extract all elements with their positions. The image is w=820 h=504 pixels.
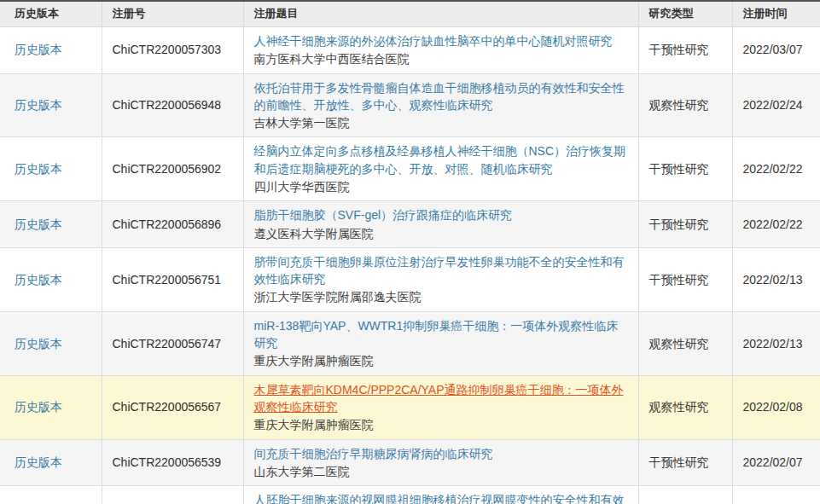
study-type-cell: 观察性研究 [638, 375, 732, 439]
registration-date-cell: 2022/02/13 [732, 247, 820, 311]
registration-title-cell: 木犀草素靶向KDM4C/PPP2CA/YAP通路抑制卵巢癌干细胞：一项体外观察性… [243, 375, 638, 439]
table-row: 历史版本 ChiCTR2200057303 人神经干细胞来源的外泌体治疗缺血性脑… [0, 26, 820, 73]
registration-title-cell: 脂肪干细胞胶（SVF-gel）治疗跟痛症的临床研究 遵义医科大学附属医院 [243, 201, 638, 248]
study-type-cell: 干预性研究 [638, 439, 732, 486]
registration-title-cell: 间充质干细胞治疗早期糖尿病肾病的临床研究 山东大学第二医院 [243, 439, 638, 486]
registration-number: ChiCTR2200057303 [113, 43, 222, 56]
registration-date-cell: 2022/02/05 [732, 486, 820, 504]
registration-date-cell: 2022/02/22 [732, 201, 820, 248]
registration-date-cell: 2022/03/07 [732, 26, 820, 73]
table-body: 历史版本 ChiCTR2200057303 人神经干细胞来源的外泌体治疗缺血性脑… [0, 26, 820, 504]
study-title-link[interactable]: 人神经干细胞来源的外泌体治疗缺血性脑卒中的单中心随机对照研究 [254, 32, 630, 49]
study-title-link[interactable]: 脂肪干细胞胶（SVF-gel）治疗跟痛症的临床研究 [254, 206, 630, 223]
column-header-registration-number: 注册号 [102, 1, 243, 26]
registration-number-cell: ChiCTR2200056896 [102, 201, 243, 248]
study-type-cell: 干预性研究 [638, 247, 732, 311]
history-version-cell: 历史版本 [0, 486, 102, 504]
table-row: 历史版本 ChiCTR2200056896 脂肪干细胞胶（SVF-gel）治疗跟… [0, 201, 820, 248]
study-type-cell: 干预性研究 [638, 137, 732, 201]
study-title-link[interactable]: 经脑内立体定向多点移植及经鼻移植人神经干细胞（NSC）治疗恢复期和后遗症期脑梗死… [254, 142, 630, 177]
table-header: 历史版本 注册号 注册题目 研究类型 注册时间 [0, 1, 820, 26]
registration-title-cell: 人神经干细胞来源的外泌体治疗缺血性脑卒中的单中心随机对照研究 南方医科大学中西医… [243, 26, 638, 73]
history-version-link[interactable]: 历史版本 [15, 273, 62, 287]
registration-number: ChiCTR2200056539 [113, 455, 222, 469]
history-version-link[interactable]: 历史版本 [15, 400, 62, 414]
history-version-link[interactable]: 历史版本 [15, 43, 62, 56]
history-version-cell: 历史版本 [0, 73, 102, 137]
hospital-name: 山东大学第二医院 [254, 463, 630, 480]
study-title-link[interactable]: 人胚胎干细胞来源的视网膜祖细胞移植治疗视网膜变性的安全性和有效性试验 [254, 491, 630, 504]
history-version-cell: 历史版本 [0, 311, 102, 375]
study-title-link[interactable]: 依托泊苷用于多发性骨髓瘤自体造血干细胞移植动员的有效性和安全性的前瞻性、开放性、… [254, 79, 630, 114]
hospital-name: 吉林大学第一医院 [254, 114, 630, 131]
registration-number-cell: ChiCTR2200056567 [102, 375, 243, 439]
table-row: 历史版本 ChiCTR2200056398 人胚胎干细胞来源的视网膜祖细胞移植治… [0, 486, 820, 504]
column-header-study-type: 研究类型 [638, 1, 732, 26]
registration-number: ChiCTR2200056902 [113, 162, 222, 176]
history-version-cell: 历史版本 [0, 137, 102, 201]
hospital-name: 重庆大学附属肿瘤医院 [254, 352, 630, 369]
history-version-cell: 历史版本 [0, 375, 102, 439]
registration-number-cell: ChiCTR2200056747 [102, 311, 243, 375]
registration-number: ChiCTR2200056747 [113, 337, 222, 350]
history-version-cell: 历史版本 [0, 439, 102, 486]
history-version-link[interactable]: 历史版本 [15, 337, 62, 350]
table-row: 历史版本 ChiCTR2200056751 脐带间充质干细胞卵巢原位注射治疗早发… [0, 247, 820, 311]
registration-number: ChiCTR2200056567 [113, 400, 222, 414]
registration-number-cell: ChiCTR2200057303 [102, 26, 243, 73]
history-version-cell: 历史版本 [0, 247, 102, 311]
study-type-cell: 观察性研究 [638, 311, 732, 375]
registration-date-cell: 2022/02/08 [732, 375, 820, 439]
column-header-registration-date: 注册时间 [732, 1, 820, 26]
study-type-cell: 干预性研究 [638, 26, 732, 73]
registration-title-cell: 依托泊苷用于多发性骨髓瘤自体造血干细胞移植动员的有效性和安全性的前瞻性、开放性、… [243, 73, 638, 137]
registration-number-cell: ChiCTR2200056902 [102, 137, 243, 201]
study-type-cell [638, 486, 732, 504]
study-type-cell: 观察性研究 [638, 73, 732, 137]
registration-number: ChiCTR2200056751 [113, 273, 222, 287]
study-type-cell: 干预性研究 [638, 201, 732, 248]
registration-number: ChiCTR2200056896 [113, 217, 222, 231]
trial-registry-table: 历史版本 注册号 注册题目 研究类型 注册时间 历史版本 ChiCTR22000… [0, 0, 820, 504]
column-header-registration-title: 注册题目 [243, 1, 638, 26]
history-version-link[interactable]: 历史版本 [15, 98, 62, 112]
table-row: 历史版本 ChiCTR2200056902 经脑内立体定向多点移植及经鼻移植人神… [0, 137, 820, 201]
registration-number-cell: ChiCTR2200056539 [102, 439, 243, 486]
hospital-name: 重庆大学附属肿瘤医院 [254, 416, 630, 433]
hospital-name: 四川大学华西医院 [254, 178, 630, 195]
history-version-cell: 历史版本 [0, 26, 102, 73]
table-row: 历史版本 ChiCTR2200056567 木犀草素靶向KDM4C/PPP2CA… [0, 375, 820, 439]
registration-date-cell: 2022/02/13 [732, 311, 820, 375]
registration-number-cell: ChiCTR2200056751 [102, 247, 243, 311]
registration-number-cell: ChiCTR2200056948 [102, 73, 243, 137]
history-version-link[interactable]: 历史版本 [15, 162, 62, 176]
table-row: 历史版本 ChiCTR2200056948 依托泊苷用于多发性骨髓瘤自体造血干细… [0, 73, 820, 137]
hospital-name: 遵义医科大学附属医院 [254, 225, 630, 242]
study-title-link[interactable]: miR-138靶向YAP、WWTR1抑制卵巢癌干细胞：一项体外观察性临床研究 [254, 317, 630, 352]
registration-title-cell: 脐带间充质干细胞卵巢原位注射治疗早发性卵巢功能不全的安全性和有效性临床研究 浙江… [243, 247, 638, 311]
registration-title-cell: 经脑内立体定向多点移植及经鼻移植人神经干细胞（NSC）治疗恢复期和后遗症期脑梗死… [243, 137, 638, 201]
history-version-link[interactable]: 历史版本 [15, 455, 62, 469]
history-version-link[interactable]: 历史版本 [15, 217, 62, 231]
table-row: 历史版本 ChiCTR2200056539 间充质干细胞治疗早期糖尿病肾病的临床… [0, 439, 820, 486]
history-version-cell: 历史版本 [0, 201, 102, 248]
study-title-link[interactable]: 木犀草素靶向KDM4C/PPP2CA/YAP通路抑制卵巢癌干细胞：一项体外观察性… [254, 381, 630, 416]
registration-title-cell: 人胚胎干细胞来源的视网膜祖细胞移植治疗视网膜变性的安全性和有效性试验 陆军军医大… [243, 486, 638, 504]
registration-number: ChiCTR2200056948 [113, 98, 222, 112]
hospital-name: 浙江大学医学院附属邵逸夫医院 [254, 288, 630, 305]
registration-date-cell: 2022/02/24 [732, 73, 820, 137]
study-title-link[interactable]: 脐带间充质干细胞卵巢原位注射治疗早发性卵巢功能不全的安全性和有效性临床研究 [254, 253, 630, 288]
header-row: 历史版本 注册号 注册题目 研究类型 注册时间 [0, 1, 820, 26]
hospital-name: 南方医科大学中西医结合医院 [254, 50, 630, 67]
column-header-history-version: 历史版本 [0, 1, 102, 26]
table-row: 历史版本 ChiCTR2200056747 miR-138靶向YAP、WWTR1… [0, 311, 820, 375]
registration-date-cell: 2022/02/07 [732, 439, 820, 486]
registration-date-cell: 2022/02/22 [732, 137, 820, 201]
study-title-link[interactable]: 间充质干细胞治疗早期糖尿病肾病的临床研究 [254, 445, 630, 462]
registration-number-cell: ChiCTR2200056398 [102, 486, 243, 504]
registration-title-cell: miR-138靶向YAP、WWTR1抑制卵巢癌干细胞：一项体外观察性临床研究 重… [243, 311, 638, 375]
